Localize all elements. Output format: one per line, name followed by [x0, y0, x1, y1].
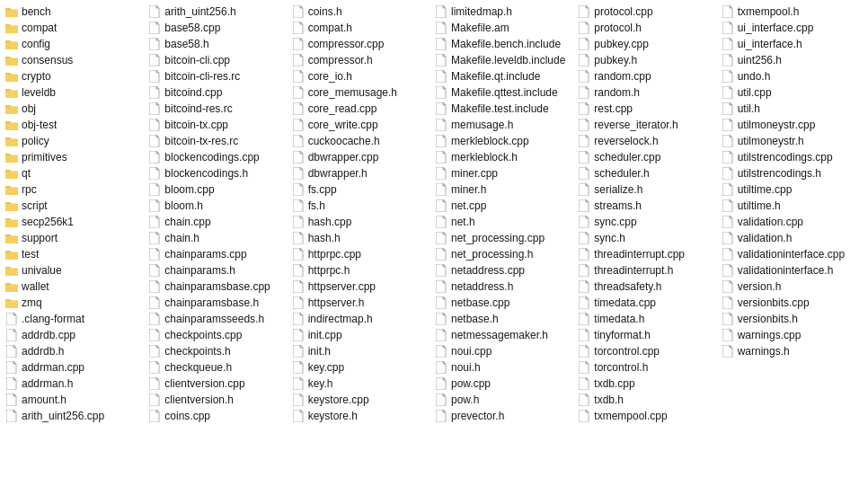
file-item[interactable]: compressor.cpp: [288, 36, 428, 52]
file-item[interactable]: utilstrencodings.h: [718, 165, 857, 181]
file-item[interactable]: netaddress.cpp: [431, 262, 571, 279]
file-item[interactable]: net_processing.cpp: [431, 230, 571, 246]
folder-item[interactable]: wallet: [2, 279, 141, 295]
file-item[interactable]: .clang-format: [2, 311, 141, 327]
file-item[interactable]: utiltime.h: [718, 198, 857, 214]
file-item[interactable]: reverselock.h: [574, 133, 713, 149]
file-item[interactable]: cuckoocache.h: [288, 133, 428, 149]
file-item[interactable]: httprpc.cpp: [288, 246, 428, 262]
folder-item[interactable]: test: [2, 246, 141, 262]
file-item[interactable]: fs.cpp: [288, 181, 428, 198]
file-item[interactable]: compat.h: [288, 20, 428, 36]
file-item[interactable]: version.h: [718, 279, 857, 295]
file-item[interactable]: sync.cpp: [574, 214, 713, 230]
file-item[interactable]: util.cpp: [718, 84, 857, 101]
file-item[interactable]: scheduler.cpp: [574, 149, 713, 165]
file-item[interactable]: core_io.h: [288, 68, 428, 84]
folder-item[interactable]: qt: [2, 165, 141, 181]
file-item[interactable]: merkleblock.h: [431, 149, 571, 165]
file-item[interactable]: init.cpp: [288, 327, 428, 343]
file-item[interactable]: pow.h: [431, 392, 571, 408]
file-item[interactable]: undo.h: [718, 68, 857, 84]
file-item[interactable]: net.h: [431, 214, 571, 230]
file-item[interactable]: tinyformat.h: [574, 327, 713, 343]
file-item[interactable]: chainparams.cpp: [145, 246, 284, 262]
file-item[interactable]: utilmoneystr.h: [718, 133, 857, 149]
file-item[interactable]: random.h: [574, 84, 713, 101]
folder-item[interactable]: script: [2, 198, 141, 214]
file-item[interactable]: chainparamsbase.cpp: [145, 279, 284, 295]
file-item[interactable]: protocol.h: [574, 20, 713, 36]
file-item[interactable]: netbase.cpp: [431, 295, 571, 311]
file-item[interactable]: noui.h: [431, 359, 571, 376]
folder-item[interactable]: config: [2, 36, 141, 52]
file-item[interactable]: coins.h: [288, 4, 428, 20]
file-item[interactable]: bitcoin-cli-res.rc: [145, 68, 284, 84]
folder-item[interactable]: crypto: [2, 68, 141, 84]
folder-item[interactable]: consensus: [2, 52, 141, 68]
file-item[interactable]: bitcoin-cli.cpp: [145, 52, 284, 68]
file-item[interactable]: validation.h: [718, 230, 857, 246]
file-item[interactable]: Makefile.qt.include: [431, 68, 571, 84]
file-item[interactable]: hash.cpp: [288, 214, 428, 230]
file-item[interactable]: core_read.cpp: [288, 101, 428, 117]
file-item[interactable]: torcontrol.h: [574, 359, 713, 376]
file-item[interactable]: key.cpp: [288, 359, 428, 376]
file-item[interactable]: checkpoints.cpp: [145, 327, 284, 343]
folder-item[interactable]: rpc: [2, 181, 141, 198]
file-item[interactable]: pubkey.h: [574, 52, 713, 68]
file-item[interactable]: random.cpp: [574, 68, 713, 84]
folder-item[interactable]: obj: [2, 101, 141, 117]
file-item[interactable]: pubkey.cpp: [574, 36, 713, 52]
file-item[interactable]: threadinterrupt.h: [574, 262, 713, 279]
file-item[interactable]: serialize.h: [574, 181, 713, 198]
folder-item[interactable]: obj-test: [2, 117, 141, 133]
folder-item[interactable]: bench: [2, 4, 141, 20]
file-item[interactable]: validation.cpp: [718, 214, 857, 230]
file-item[interactable]: torcontrol.cpp: [574, 343, 713, 359]
file-item[interactable]: bitcoin-tx-res.rc: [145, 133, 284, 149]
file-item[interactable]: addrman.h: [2, 376, 141, 392]
file-item[interactable]: dbwrapper.cpp: [288, 149, 428, 165]
file-item[interactable]: ui_interface.cpp: [718, 20, 857, 36]
file-item[interactable]: keystore.cpp: [288, 392, 428, 408]
file-item[interactable]: timedata.cpp: [574, 295, 713, 311]
file-item[interactable]: limitedmap.h: [431, 4, 571, 20]
file-item[interactable]: netmessagemaker.h: [431, 327, 571, 343]
file-item[interactable]: arith_uint256.cpp: [2, 408, 141, 424]
file-item[interactable]: threadsafety.h: [574, 279, 713, 295]
file-item[interactable]: hash.h: [288, 230, 428, 246]
file-item[interactable]: merkleblock.cpp: [431, 133, 571, 149]
file-item[interactable]: key.h: [288, 376, 428, 392]
file-item[interactable]: net.cpp: [431, 198, 571, 214]
file-item[interactable]: utilmoneystr.cpp: [718, 117, 857, 133]
file-item[interactable]: protocol.cpp: [574, 4, 713, 20]
file-item[interactable]: dbwrapper.h: [288, 165, 428, 181]
file-item[interactable]: blockencodings.h: [145, 165, 284, 181]
file-item[interactable]: ui_interface.h: [718, 36, 857, 52]
file-item[interactable]: prevector.h: [431, 408, 571, 424]
file-item[interactable]: indirectmap.h: [288, 311, 428, 327]
folder-item[interactable]: zmq: [2, 295, 141, 311]
folder-item[interactable]: compat: [2, 20, 141, 36]
file-item[interactable]: addrdb.h: [2, 343, 141, 359]
file-item[interactable]: chain.cpp: [145, 214, 284, 230]
file-item[interactable]: addrdb.cpp: [2, 327, 141, 343]
file-item[interactable]: rest.cpp: [574, 101, 713, 117]
file-item[interactable]: threadinterrupt.cpp: [574, 246, 713, 262]
file-item[interactable]: compressor.h: [288, 52, 428, 68]
file-item[interactable]: uint256.h: [718, 52, 857, 68]
file-item[interactable]: chainparamsseeds.h: [145, 311, 284, 327]
file-item[interactable]: util.h: [718, 101, 857, 117]
file-item[interactable]: miner.h: [431, 181, 571, 198]
file-item[interactable]: core_memusage.h: [288, 84, 428, 101]
file-item[interactable]: httprpc.h: [288, 262, 428, 279]
file-item[interactable]: memusage.h: [431, 117, 571, 133]
file-item[interactable]: txmempool.cpp: [574, 408, 713, 424]
file-item[interactable]: init.h: [288, 343, 428, 359]
file-item[interactable]: txmempool.h: [718, 4, 857, 20]
file-item[interactable]: Makefile.qttest.include: [431, 84, 571, 101]
file-item[interactable]: clientversion.h: [145, 392, 284, 408]
file-item[interactable]: bitcoind-res.rc: [145, 101, 284, 117]
file-item[interactable]: checkpoints.h: [145, 343, 284, 359]
